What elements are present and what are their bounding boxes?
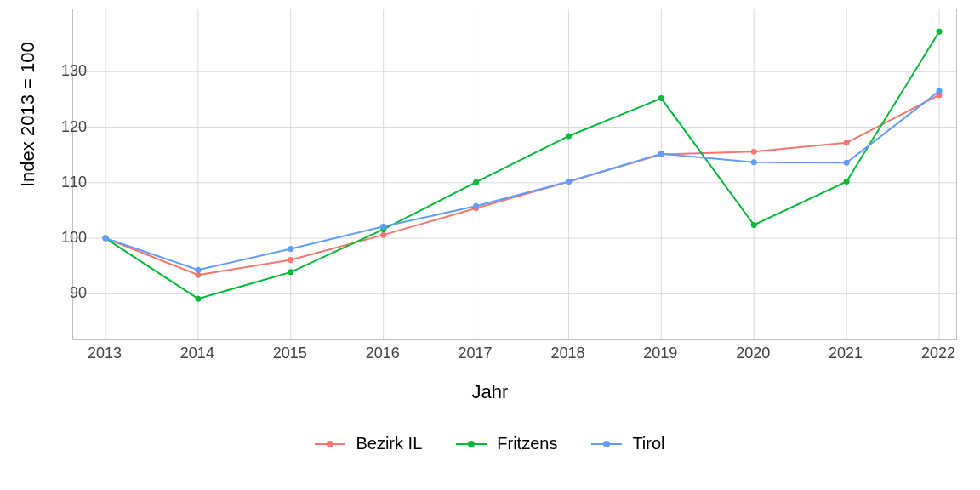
y-tick: 120	[53, 119, 87, 134]
svg-point-18	[380, 232, 386, 238]
legend-label: Fritzens	[497, 434, 557, 453]
chart-container: Index 2013 = 100 20132014201520162017201…	[0, 0, 980, 490]
legend-label: Bezirk IL	[356, 434, 422, 453]
x-axis-label: Jahr	[0, 381, 980, 403]
y-tick: 90	[53, 285, 87, 300]
svg-point-44	[937, 88, 943, 94]
y-axis-label: Index 2013 = 100	[17, 42, 39, 187]
svg-point-34	[937, 29, 943, 35]
svg-point-30	[566, 133, 572, 139]
svg-point-26	[195, 296, 201, 302]
svg-point-35	[103, 236, 109, 242]
x-tick: 2015	[265, 345, 316, 361]
x-tick: 2016	[357, 345, 408, 361]
svg-point-40	[566, 179, 572, 185]
svg-point-38	[380, 224, 386, 230]
legend-item: Bezirk IL	[315, 434, 422, 453]
legend-label: Tirol	[632, 434, 664, 453]
svg-point-23	[844, 140, 850, 145]
svg-point-43	[844, 160, 850, 166]
legend: Bezirk ILFritzensTirol	[0, 434, 980, 453]
plot-svg	[73, 9, 956, 339]
x-tick: 2014	[172, 345, 223, 361]
x-tick: 2013	[79, 345, 130, 361]
y-tick: 130	[53, 63, 87, 78]
svg-point-42	[751, 159, 757, 165]
x-tick: 2017	[450, 345, 501, 361]
x-tick: 2019	[635, 345, 686, 361]
svg-point-32	[751, 222, 757, 228]
x-tick: 2021	[820, 345, 871, 361]
legend-swatch	[315, 443, 345, 445]
svg-point-22	[751, 149, 757, 155]
svg-point-27	[288, 269, 293, 275]
legend-swatch	[456, 443, 487, 445]
x-tick: 2022	[913, 345, 964, 361]
plot-area	[72, 9, 957, 340]
svg-point-36	[195, 267, 201, 273]
legend-item: Tirol	[591, 434, 664, 453]
svg-point-37	[288, 246, 293, 252]
svg-point-33	[844, 179, 850, 185]
y-tick: 110	[53, 174, 87, 190]
x-tick: 2018	[542, 345, 593, 361]
legend-swatch	[591, 443, 622, 445]
svg-point-31	[658, 95, 664, 101]
svg-point-39	[473, 203, 479, 209]
x-tick: 2020	[727, 345, 778, 361]
legend-item: Fritzens	[456, 434, 557, 453]
svg-point-41	[658, 151, 664, 157]
y-tick: 100	[53, 230, 87, 245]
svg-point-17	[288, 257, 293, 263]
svg-point-29	[473, 179, 479, 185]
